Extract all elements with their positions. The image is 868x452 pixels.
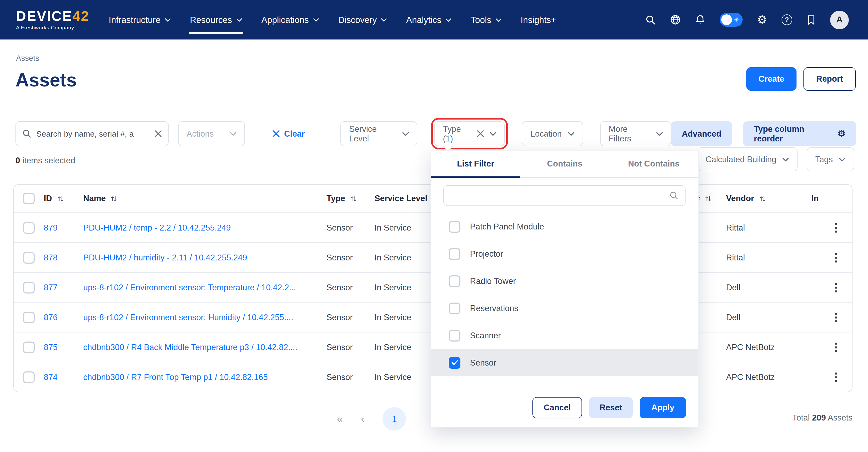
advanced-button[interactable]: Advanced <box>671 121 732 146</box>
nav-item[interactable]: Discovery <box>338 0 387 39</box>
option-checkbox[interactable] <box>449 302 460 314</box>
asset-id-link[interactable]: 874 <box>44 372 58 382</box>
avatar[interactable]: A <box>830 10 849 29</box>
breadcrumb[interactable]: Assets <box>16 54 39 62</box>
clear-filters-button[interactable]: Clear <box>272 129 317 139</box>
apply-button[interactable]: Apply <box>640 397 686 418</box>
nav-item[interactable]: Tools <box>471 0 501 39</box>
row-checkbox[interactable] <box>23 341 35 353</box>
nav-item[interactable]: Infrastructure <box>108 0 170 39</box>
asset-id-link[interactable]: 876 <box>44 312 58 322</box>
search-icon[interactable] <box>646 15 656 25</box>
cancel-button[interactable]: Cancel <box>532 397 582 418</box>
nav-item[interactable]: Resources <box>190 0 242 39</box>
globe-icon[interactable] <box>670 14 681 25</box>
row-menu-kebab-icon[interactable] <box>833 250 839 264</box>
filter-option[interactable]: Projector <box>431 240 699 267</box>
row-checkbox[interactable] <box>23 371 35 383</box>
popover-search[interactable] <box>443 185 686 206</box>
advanced-label: Advanced <box>682 129 721 139</box>
asset-name-link[interactable]: ups-8-r102 / Environment sensor: Humidit… <box>83 312 293 322</box>
help-icon[interactable]: ? <box>782 14 792 25</box>
popover-tab[interactable]: List Filter <box>431 151 520 177</box>
sort-icon[interactable] <box>759 195 766 202</box>
page-button[interactable]: 1 <box>383 407 406 431</box>
type-column-reorder-button[interactable]: Type column reorder ⚙ <box>743 121 856 146</box>
row-checkbox[interactable] <box>23 281 35 293</box>
filter-option[interactable]: Patch Panel Module <box>431 213 699 240</box>
filter-chip[interactable]: More Filters <box>600 121 671 146</box>
option-checkbox[interactable] <box>449 275 460 287</box>
option-checkbox[interactable] <box>449 357 460 368</box>
first-page-button[interactable]: « <box>337 413 343 425</box>
asset-service-level: In Service <box>374 223 433 232</box>
option-checkbox[interactable] <box>449 221 460 232</box>
filter-chip[interactable]: Type (1) <box>434 121 505 146</box>
nav-item[interactable]: Applications <box>261 0 319 39</box>
popover-search-input[interactable] <box>450 191 670 200</box>
filter-option[interactable]: Scanner <box>431 322 699 349</box>
nav-item[interactable]: Analytics <box>406 0 452 39</box>
report-button[interactable]: Report <box>803 67 856 91</box>
option-checkbox[interactable] <box>449 330 460 341</box>
asset-id-link[interactable]: 877 <box>44 282 58 292</box>
bookmark-icon[interactable] <box>807 15 816 25</box>
reset-button[interactable]: Reset <box>589 397 633 418</box>
actions-dropdown[interactable]: Actions <box>178 121 245 146</box>
filter-chip[interactable]: Service Level <box>341 121 417 146</box>
column-header-type[interactable]: Type <box>327 194 374 203</box>
asset-name-link[interactable]: chdbnb300 / R7 Front Top Temp p1 / 10.42… <box>83 372 268 382</box>
column-header-id[interactable]: ID <box>44 194 83 203</box>
gear-icon[interactable]: ⚙ <box>757 13 767 26</box>
column-header-name[interactable]: Name <box>83 194 327 203</box>
row-menu-kebab-icon[interactable] <box>833 340 839 354</box>
secondary-filter-chip[interactable]: Tags <box>807 147 855 171</box>
row-menu-kebab-icon[interactable] <box>833 221 839 235</box>
asset-id-link[interactable]: 879 <box>44 223 58 232</box>
sort-icon[interactable] <box>57 195 64 202</box>
filter-option[interactable]: Sensor <box>431 349 699 376</box>
filter-option[interactable]: Radio Tower <box>431 267 699 295</box>
bell-icon[interactable] <box>695 14 705 25</box>
column-header-in[interactable]: In <box>811 194 833 203</box>
chevron-down-icon <box>839 157 846 161</box>
row-checkbox[interactable] <box>23 311 35 323</box>
theme-toggle[interactable]: ☀ <box>720 13 743 27</box>
sort-icon[interactable] <box>111 195 117 202</box>
asset-name-link[interactable]: PDU-HUM2 / humidity - 2.11 / 10.42.255.2… <box>83 253 247 262</box>
clear-search-icon[interactable] <box>154 130 161 137</box>
row-checkbox[interactable] <box>23 251 35 263</box>
row-menu-kebab-icon[interactable] <box>833 310 839 324</box>
asset-id-link[interactable]: 878 <box>44 253 58 262</box>
secondary-filter-chip[interactable]: Calculated Building <box>697 147 798 171</box>
filter-option[interactable]: Reservations <box>431 295 699 322</box>
asset-search-input[interactable]: Search by name, serial #, a <box>16 121 168 146</box>
popover-tab[interactable]: Contains <box>520 151 609 177</box>
row-menu-kebab-icon[interactable] <box>833 370 839 384</box>
chevron-down-icon <box>656 131 662 136</box>
nav-item-label: Insights+ <box>521 15 556 25</box>
asset-name-link[interactable]: ups-8-r102 / Environment sensor: Tempera… <box>83 282 296 292</box>
popover-tab[interactable]: Not Contains <box>609 151 699 177</box>
asset-type: Sensor <box>327 253 374 262</box>
asset-name-link[interactable]: chdbnb300 / R4 Back Middle Temperature p… <box>83 342 298 352</box>
nav-item[interactable]: Insights+ <box>521 0 556 39</box>
column-header-vendor[interactable]: Vendor <box>726 194 811 203</box>
column-header-count[interactable]: # <box>695 194 726 203</box>
row-checkbox[interactable] <box>23 222 35 234</box>
previous-page-button[interactable]: ‹ <box>361 413 364 425</box>
create-button[interactable]: Create <box>746 67 797 91</box>
asset-id-link[interactable]: 875 <box>44 342 58 352</box>
option-label: Reservations <box>470 303 518 313</box>
option-checkbox[interactable] <box>449 248 460 260</box>
column-header-service-level[interactable]: Service Level <box>374 194 433 203</box>
filter-chip[interactable]: Location <box>522 121 583 146</box>
sort-icon[interactable] <box>350 195 357 202</box>
asset-name-link[interactable]: PDU-HUM2 / temp - 2.2 / 10.42.255.249 <box>83 223 231 232</box>
select-all-checkbox[interactable] <box>23 193 35 204</box>
sort-icon[interactable] <box>705 195 711 202</box>
clear-filter-icon[interactable] <box>477 130 484 137</box>
row-menu-kebab-icon[interactable] <box>833 280 839 294</box>
device42-logo[interactable]: DEVICE42 A Freshworks Company <box>16 9 89 30</box>
chevron-down-icon <box>446 18 452 22</box>
